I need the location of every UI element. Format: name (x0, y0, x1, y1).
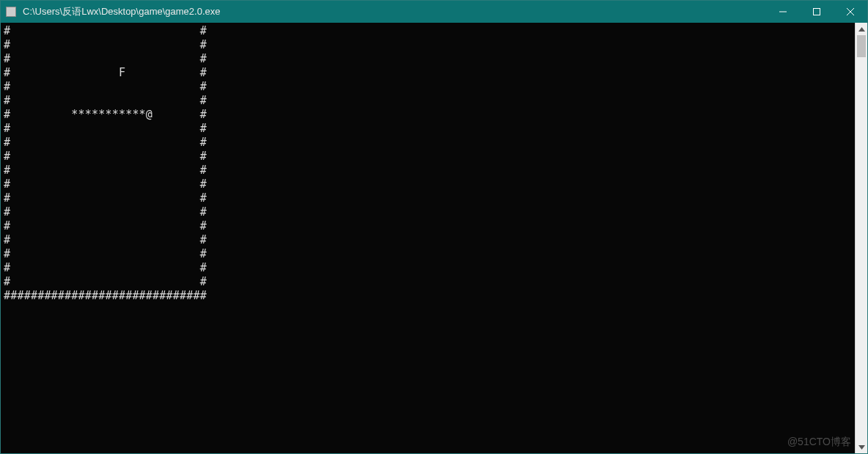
client-area: # # # # # # # F # # # # # # **** (1, 23, 867, 453)
title-bar[interactable]: C:\Users\反语Lwx\Desktop\game\game2.0.exe (1, 1, 867, 23)
app-icon-box (1, 7, 21, 17)
chevron-down-icon (858, 445, 865, 450)
game-console: # # # # # # # F # # # # # # **** (1, 23, 855, 453)
svg-marker-5 (858, 445, 865, 450)
window-title: C:\Users\反语Lwx\Desktop\game\game2.0.exe (21, 5, 766, 18)
close-icon (847, 8, 854, 15)
maximize-icon (813, 8, 820, 15)
svg-marker-4 (858, 27, 865, 32)
maximize-button[interactable] (800, 1, 834, 23)
scroll-down-button[interactable] (856, 441, 867, 453)
close-button[interactable] (834, 1, 867, 23)
scrollbar-track[interactable] (856, 35, 867, 441)
chevron-up-icon (858, 27, 865, 32)
app-window: C:\Users\反语Lwx\Desktop\game\game2.0.exe … (0, 0, 868, 454)
svg-rect-1 (814, 9, 820, 15)
scroll-up-button[interactable] (856, 23, 867, 35)
minimize-button[interactable] (766, 1, 800, 23)
scrollbar-thumb[interactable] (857, 35, 866, 57)
minimize-icon (779, 8, 787, 15)
app-icon (6, 7, 16, 17)
vertical-scrollbar[interactable] (855, 23, 867, 453)
